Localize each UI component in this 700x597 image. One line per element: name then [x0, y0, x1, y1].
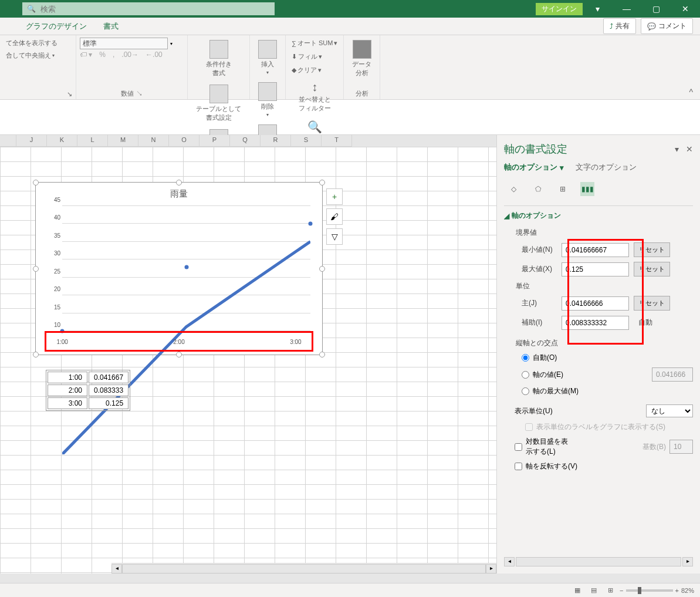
max-reset-btn[interactable]: リセット — [634, 262, 670, 276]
delete-btn[interactable]: 削除▾ — [253, 80, 282, 120]
cross-value-input — [652, 367, 693, 382]
col-header[interactable]: P — [199, 135, 230, 147]
percent-icon[interactable]: % — [99, 50, 106, 59]
number-format-select[interactable] — [80, 38, 168, 49]
major-label: 主(J) — [522, 298, 557, 308]
normal-view-icon[interactable]: ▦ — [570, 585, 584, 596]
ribbon: て全体を表示する 合して中央揃え ▾ ↘ ▾ 🏷 ▾ % , .00→ ←.00… — [0, 35, 700, 100]
major-reset-btn[interactable]: リセット — [634, 296, 670, 311]
inc-decimal-icon[interactable]: .00→ — [121, 50, 138, 59]
unit-select[interactable]: なし — [646, 404, 693, 417]
col-header[interactable]: Q — [230, 135, 261, 147]
insert-btn[interactable]: 挿入▾ — [253, 38, 282, 77]
log-scale-check[interactable] — [515, 443, 522, 451]
reverse-axis-check[interactable] — [515, 463, 522, 470]
cross-auto-radio[interactable] — [522, 354, 529, 362]
cross-value-radio[interactable] — [522, 371, 529, 379]
fill-line-icon[interactable]: ◇ — [506, 182, 520, 196]
zoom-out-icon[interactable]: − — [620, 587, 623, 594]
formula-bar[interactable] — [0, 100, 700, 135]
ribbon-drop-icon[interactable]: ▾ — [583, 0, 612, 18]
format-axis-pane: 軸の書式設定 ▾ ✕ 軸のオプション ▾ 文字のオプション ◇ ⬠ ⊞ ▮▮▮ … — [496, 135, 700, 574]
pane-title: 軸の書式設定 — [504, 142, 567, 156]
clear-btn[interactable]: ◆ クリア ▾ — [289, 65, 340, 76]
minor-auto-label: 自動 — [634, 315, 657, 330]
currency-icon[interactable]: 🏷 ▾ — [80, 50, 92, 59]
col-header[interactable]: R — [261, 135, 291, 147]
scroll-left-icon[interactable]: ◂ — [111, 564, 122, 574]
col-header[interactable]: S — [291, 135, 322, 147]
conditional-format-icon — [209, 40, 228, 59]
pane-options-icon[interactable]: ▾ — [675, 144, 679, 154]
data-analysis-btn[interactable]: データ 分析 — [347, 38, 376, 80]
signin-button[interactable]: サインイン — [536, 3, 583, 15]
minor-input[interactable] — [562, 316, 629, 330]
section-axis-options[interactable]: ◢ 軸のオプション — [504, 211, 693, 221]
minor-label: 補助(I) — [522, 318, 557, 328]
major-input[interactable] — [562, 296, 629, 311]
log-base-input — [669, 440, 693, 454]
bounds-label: 境界値 — [511, 225, 693, 240]
merge-center-btn[interactable]: 合して中央揃え ▾ — [4, 50, 72, 61]
pane-close-icon[interactable]: ✕ — [686, 144, 693, 154]
minimize-icon[interactable]: — — [612, 0, 641, 18]
table-format-btn[interactable]: テーブルとして 書式設定 — [191, 82, 246, 124]
zoom-in-icon[interactable]: + — [675, 587, 679, 594]
show-label-check — [525, 423, 533, 431]
col-header[interactable]: M — [108, 135, 138, 147]
sheet-area[interactable]: J K L M N O P Q R S T — [0, 135, 496, 574]
cross-label: 縦軸との交点 — [511, 336, 693, 350]
max-input[interactable] — [562, 262, 629, 276]
max-label: 最大値(X) — [522, 264, 557, 274]
horizontal-scrollbar[interactable]: ◂ ▸ — [111, 563, 496, 574]
wrap-text-btn[interactable]: て全体を表示する — [4, 38, 72, 49]
search-input[interactable] — [40, 5, 139, 14]
insert-icon — [258, 40, 277, 59]
chart-object[interactable]: 雨量 45 40 35 30 25 20 15 10 — [35, 182, 323, 355]
chart-title[interactable]: 雨量 — [36, 188, 322, 200]
pane-scroll-right-icon[interactable]: ▸ — [682, 557, 693, 566]
maximize-icon[interactable]: ▢ — [641, 0, 671, 18]
share-button[interactable]: ⤴共有 — [603, 18, 636, 34]
chart-styles-btn[interactable]: 🖌 — [326, 208, 343, 225]
col-header[interactable]: N — [138, 135, 169, 147]
col-header[interactable]: L — [77, 135, 108, 147]
scroll-right-icon[interactable]: ▸ — [486, 564, 496, 574]
tab-format[interactable]: 書式 — [95, 18, 127, 35]
status-bar: ▦ ▤ ⊞ − + 82% — [0, 583, 700, 597]
fill-btn[interactable]: ⬇ フィル ▾ — [289, 51, 340, 62]
table-format-icon — [209, 85, 228, 103]
axis-options-icon[interactable]: ▮▮▮ — [580, 182, 594, 196]
col-header[interactable]: T — [322, 135, 352, 147]
autosum-btn[interactable]: ∑ オート SUM ▾ — [289, 38, 340, 49]
page-layout-icon[interactable]: ▤ — [587, 585, 601, 596]
tab-axis-options[interactable]: 軸のオプション ▾ — [504, 162, 564, 173]
col-header[interactable]: J — [16, 135, 47, 147]
tab-chart-design[interactable]: グラフのデザイン — [18, 18, 95, 35]
page-break-icon[interactable]: ⊞ — [603, 585, 617, 596]
dec-decimal-icon[interactable]: ←.00 — [146, 50, 163, 59]
min-input[interactable] — [562, 243, 629, 257]
zoom-slider[interactable] — [626, 589, 673, 592]
chart-elements-btn[interactable]: + — [326, 188, 343, 205]
units-label: 単位 — [511, 279, 693, 294]
size-props-icon[interactable]: ⊞ — [556, 182, 570, 196]
effects-icon[interactable]: ⬠ — [531, 182, 545, 196]
sort-filter-btn[interactable]: ↕並べ替えと フィルター — [294, 78, 336, 115]
close-icon[interactable]: ✕ — [671, 0, 700, 18]
col-header[interactable]: K — [47, 135, 77, 147]
cross-max-radio[interactable] — [522, 387, 529, 395]
select-all-corner[interactable] — [0, 135, 16, 147]
zoom-label[interactable]: 82% — [681, 587, 694, 594]
conditional-format-btn[interactable]: 条件付き 書式 — [201, 38, 236, 80]
search-box[interactable]: 🔍 — [22, 2, 275, 15]
collapse-ribbon-icon[interactable]: ^ — [689, 87, 693, 97]
col-header[interactable]: O — [169, 135, 199, 147]
comment-button[interactable]: 💬コメント — [641, 18, 693, 34]
comma-icon[interactable]: , — [113, 50, 114, 59]
min-reset-btn[interactable]: リセット — [634, 242, 670, 257]
pane-scroll-left-icon[interactable]: ◂ — [504, 557, 515, 566]
tab-text-options[interactable]: 文字のオプション — [576, 162, 637, 173]
chart-filters-btn[interactable]: ▽ — [326, 228, 343, 245]
title-bar: 🔍 サインイン ▾ — ▢ ✕ — [0, 0, 700, 18]
